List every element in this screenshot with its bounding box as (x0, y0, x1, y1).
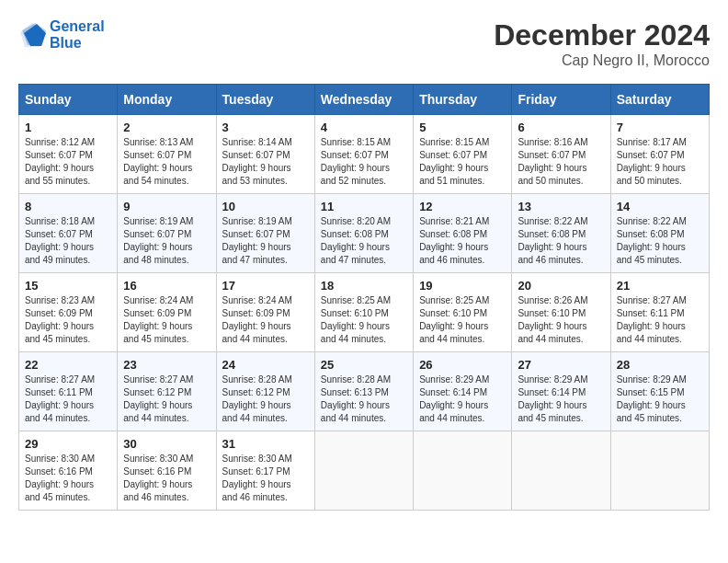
day-number: 25 (321, 358, 407, 372)
logo-text: General Blue (50, 18, 105, 52)
header-saturday: Saturday (610, 85, 709, 115)
calendar-cell: 2Sunrise: 8:13 AM Sunset: 6:07 PM Daylig… (118, 115, 216, 194)
day-number: 21 (617, 279, 703, 293)
calendar-cell: 3Sunrise: 8:14 AM Sunset: 6:07 PM Daylig… (216, 115, 314, 194)
day-info: Sunrise: 8:24 AM Sunset: 6:09 PM Dayligh… (123, 294, 210, 346)
calendar-cell: 19Sunrise: 8:25 AM Sunset: 6:10 PM Dayli… (414, 273, 512, 352)
calendar-cell: 16Sunrise: 8:24 AM Sunset: 6:09 PM Dayli… (118, 273, 216, 352)
day-number: 5 (419, 121, 506, 134)
calendar-cell: 31Sunrise: 8:30 AM Sunset: 6:17 PM Dayli… (216, 431, 314, 511)
day-number: 29 (25, 437, 111, 451)
calendar-cell: 25Sunrise: 8:28 AM Sunset: 6:13 PM Dayli… (314, 352, 413, 431)
day-info: Sunrise: 8:28 AM Sunset: 6:12 PM Dayligh… (222, 373, 309, 425)
calendar-header-row: SundayMondayTuesdayWednesdayThursdayFrid… (19, 85, 710, 115)
calendar-cell: 14Sunrise: 8:22 AM Sunset: 6:08 PM Dayli… (610, 194, 709, 273)
calendar-table: SundayMondayTuesdayWednesdayThursdayFrid… (18, 84, 710, 511)
calendar-cell: 24Sunrise: 8:28 AM Sunset: 6:12 PM Dayli… (216, 352, 314, 431)
day-number: 15 (25, 279, 111, 293)
day-info: Sunrise: 8:13 AM Sunset: 6:07 PM Dayligh… (123, 136, 210, 188)
day-number: 12 (419, 200, 506, 213)
page-header: General Blue December 2024 Cap Negro II,… (18, 18, 710, 69)
day-info: Sunrise: 8:22 AM Sunset: 6:08 PM Dayligh… (617, 215, 703, 267)
calendar-cell: 7Sunrise: 8:17 AM Sunset: 6:07 PM Daylig… (610, 115, 709, 194)
day-number: 6 (518, 121, 604, 134)
calendar-cell: 20Sunrise: 8:26 AM Sunset: 6:10 PM Dayli… (512, 273, 610, 352)
day-info: Sunrise: 8:30 AM Sunset: 6:17 PM Dayligh… (222, 453, 309, 504)
day-number: 1 (25, 121, 111, 134)
day-info: Sunrise: 8:27 AM Sunset: 6:12 PM Dayligh… (123, 373, 210, 425)
calendar-cell (314, 431, 413, 511)
day-number: 16 (123, 279, 210, 293)
calendar-week-row: 1Sunrise: 8:12 AM Sunset: 6:07 PM Daylig… (19, 115, 710, 194)
calendar-week-row: 22Sunrise: 8:27 AM Sunset: 6:11 PM Dayli… (19, 352, 710, 431)
calendar-cell (414, 431, 512, 511)
calendar-cell: 1Sunrise: 8:12 AM Sunset: 6:07 PM Daylig… (19, 115, 118, 194)
day-info: Sunrise: 8:21 AM Sunset: 6:08 PM Dayligh… (419, 215, 506, 267)
day-info: Sunrise: 8:19 AM Sunset: 6:07 PM Dayligh… (222, 215, 309, 267)
day-number: 7 (617, 121, 703, 134)
day-number: 19 (419, 279, 506, 293)
day-number: 24 (222, 358, 309, 372)
day-info: Sunrise: 8:23 AM Sunset: 6:09 PM Dayligh… (25, 294, 111, 346)
calendar-week-row: 8Sunrise: 8:18 AM Sunset: 6:07 PM Daylig… (19, 194, 710, 273)
day-number: 9 (123, 200, 210, 213)
calendar-cell (512, 431, 610, 511)
calendar-cell: 21Sunrise: 8:27 AM Sunset: 6:11 PM Dayli… (610, 273, 709, 352)
calendar-cell: 5Sunrise: 8:15 AM Sunset: 6:07 PM Daylig… (414, 115, 512, 194)
calendar-cell: 8Sunrise: 8:18 AM Sunset: 6:07 PM Daylig… (19, 194, 118, 273)
day-number: 30 (123, 437, 210, 451)
day-info: Sunrise: 8:29 AM Sunset: 6:14 PM Dayligh… (518, 373, 604, 425)
calendar-week-row: 29Sunrise: 8:30 AM Sunset: 6:16 PM Dayli… (19, 431, 710, 511)
calendar-week-row: 15Sunrise: 8:23 AM Sunset: 6:09 PM Dayli… (19, 273, 710, 352)
calendar-cell: 17Sunrise: 8:24 AM Sunset: 6:09 PM Dayli… (216, 273, 314, 352)
header-friday: Friday (512, 85, 610, 115)
calendar-cell: 29Sunrise: 8:30 AM Sunset: 6:16 PM Dayli… (19, 431, 118, 511)
header-thursday: Thursday (414, 85, 512, 115)
day-info: Sunrise: 8:24 AM Sunset: 6:09 PM Dayligh… (222, 294, 309, 346)
day-info: Sunrise: 8:19 AM Sunset: 6:07 PM Dayligh… (123, 215, 210, 267)
day-number: 10 (222, 200, 309, 213)
calendar-cell: 30Sunrise: 8:30 AM Sunset: 6:16 PM Dayli… (118, 431, 216, 511)
calendar-cell: 11Sunrise: 8:20 AM Sunset: 6:08 PM Dayli… (314, 194, 413, 273)
calendar-cell: 4Sunrise: 8:15 AM Sunset: 6:07 PM Daylig… (314, 115, 413, 194)
calendar-cell: 22Sunrise: 8:27 AM Sunset: 6:11 PM Dayli… (19, 352, 118, 431)
month-title: December 2024 (494, 18, 710, 52)
calendar-cell: 13Sunrise: 8:22 AM Sunset: 6:08 PM Dayli… (512, 194, 610, 273)
day-number: 22 (25, 358, 111, 372)
header-wednesday: Wednesday (314, 85, 413, 115)
calendar-cell: 9Sunrise: 8:19 AM Sunset: 6:07 PM Daylig… (118, 194, 216, 273)
day-info: Sunrise: 8:29 AM Sunset: 6:14 PM Dayligh… (419, 373, 506, 425)
day-number: 11 (321, 200, 407, 213)
day-info: Sunrise: 8:14 AM Sunset: 6:07 PM Dayligh… (222, 136, 309, 188)
day-number: 8 (25, 200, 111, 213)
title-area: December 2024 Cap Negro II, Morocco (494, 18, 710, 69)
header-monday: Monday (118, 85, 216, 115)
day-info: Sunrise: 8:15 AM Sunset: 6:07 PM Dayligh… (419, 136, 506, 188)
day-number: 26 (419, 358, 506, 372)
calendar-cell: 6Sunrise: 8:16 AM Sunset: 6:07 PM Daylig… (512, 115, 610, 194)
day-number: 23 (123, 358, 210, 372)
day-info: Sunrise: 8:27 AM Sunset: 6:11 PM Dayligh… (25, 373, 111, 425)
day-number: 4 (321, 121, 407, 134)
day-number: 18 (321, 279, 407, 293)
day-info: Sunrise: 8:18 AM Sunset: 6:07 PM Dayligh… (25, 215, 111, 267)
calendar-cell (610, 431, 709, 511)
logo: General Blue (18, 18, 105, 52)
day-info: Sunrise: 8:26 AM Sunset: 6:10 PM Dayligh… (518, 294, 604, 346)
day-info: Sunrise: 8:17 AM Sunset: 6:07 PM Dayligh… (617, 136, 703, 188)
calendar-cell: 26Sunrise: 8:29 AM Sunset: 6:14 PM Dayli… (414, 352, 512, 431)
location-title: Cap Negro II, Morocco (494, 52, 710, 69)
calendar-cell: 28Sunrise: 8:29 AM Sunset: 6:15 PM Dayli… (610, 352, 709, 431)
day-info: Sunrise: 8:15 AM Sunset: 6:07 PM Dayligh… (321, 136, 407, 188)
day-info: Sunrise: 8:22 AM Sunset: 6:08 PM Dayligh… (518, 215, 604, 267)
calendar-cell: 23Sunrise: 8:27 AM Sunset: 6:12 PM Dayli… (118, 352, 216, 431)
day-number: 17 (222, 279, 309, 293)
day-number: 28 (617, 358, 703, 372)
day-info: Sunrise: 8:30 AM Sunset: 6:16 PM Dayligh… (25, 453, 111, 504)
header-sunday: Sunday (19, 85, 118, 115)
header-tuesday: Tuesday (216, 85, 314, 115)
day-info: Sunrise: 8:20 AM Sunset: 6:08 PM Dayligh… (321, 215, 407, 267)
day-number: 13 (518, 200, 604, 213)
calendar-cell: 15Sunrise: 8:23 AM Sunset: 6:09 PM Dayli… (19, 273, 118, 352)
calendar-cell: 10Sunrise: 8:19 AM Sunset: 6:07 PM Dayli… (216, 194, 314, 273)
